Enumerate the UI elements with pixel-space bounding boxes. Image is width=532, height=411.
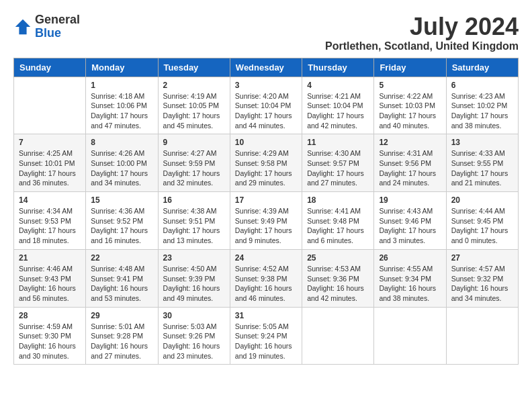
- day-cell: 10Sunrise: 4:29 AM Sunset: 9:58 PM Dayli…: [230, 134, 302, 192]
- day-number: 1: [91, 81, 152, 90]
- week-row-4: 21Sunrise: 4:46 AM Sunset: 9:43 PM Dayli…: [14, 249, 519, 307]
- day-content: Sunrise: 4:18 AM Sunset: 10:06 PM Daylig…: [91, 91, 152, 131]
- day-cell: 16Sunrise: 4:38 AM Sunset: 9:51 PM Dayli…: [158, 192, 230, 250]
- day-number: 29: [91, 311, 152, 320]
- day-cell: 6Sunrise: 4:23 AM Sunset: 10:02 PM Dayli…: [446, 77, 518, 134]
- day-content: Sunrise: 4:46 AM Sunset: 9:43 PM Dayligh…: [19, 264, 81, 304]
- day-content: Sunrise: 4:53 AM Sunset: 9:36 PM Dayligh…: [307, 264, 369, 304]
- day-cell: 17Sunrise: 4:39 AM Sunset: 9:49 PM Dayli…: [230, 192, 302, 250]
- logo-text: General Blue: [35, 13, 80, 40]
- day-content: Sunrise: 4:48 AM Sunset: 9:41 PM Dayligh…: [91, 264, 152, 304]
- day-content: Sunrise: 4:34 AM Sunset: 9:53 PM Dayligh…: [19, 206, 81, 246]
- day-number: 10: [235, 138, 297, 147]
- day-cell: 13Sunrise: 4:33 AM Sunset: 9:55 PM Dayli…: [446, 134, 518, 192]
- week-row-5: 28Sunrise: 4:59 AM Sunset: 9:30 PM Dayli…: [14, 307, 519, 365]
- day-cell: 5Sunrise: 4:22 AM Sunset: 10:03 PM Dayli…: [374, 77, 446, 134]
- day-content: Sunrise: 4:33 AM Sunset: 9:55 PM Dayligh…: [451, 148, 513, 188]
- day-content: Sunrise: 4:21 AM Sunset: 10:04 PM Daylig…: [307, 91, 369, 131]
- day-number: 17: [235, 195, 297, 205]
- day-content: Sunrise: 4:55 AM Sunset: 9:34 PM Dayligh…: [379, 264, 441, 304]
- day-cell: 20Sunrise: 4:44 AM Sunset: 9:45 PM Dayli…: [446, 192, 518, 250]
- day-cell: 31Sunrise: 5:05 AM Sunset: 9:24 PM Dayli…: [230, 307, 302, 365]
- day-content: Sunrise: 4:44 AM Sunset: 9:45 PM Dayligh…: [451, 206, 513, 246]
- day-number: 20: [451, 195, 513, 205]
- day-number: 22: [91, 253, 152, 263]
- day-number: 13: [451, 138, 513, 147]
- day-content: Sunrise: 4:22 AM Sunset: 10:03 PM Daylig…: [379, 91, 441, 131]
- day-number: 6: [451, 81, 513, 90]
- day-number: 9: [163, 138, 225, 147]
- header-friday: Friday: [374, 58, 446, 77]
- day-cell: 23Sunrise: 4:50 AM Sunset: 9:39 PM Dayli…: [158, 249, 230, 307]
- logo-general: General: [35, 13, 80, 26]
- day-cell: 26Sunrise: 4:55 AM Sunset: 9:34 PM Dayli…: [374, 249, 446, 307]
- day-cell: 9Sunrise: 4:27 AM Sunset: 9:59 PM Daylig…: [158, 134, 230, 192]
- day-number: 28: [19, 311, 81, 320]
- header-row: SundayMondayTuesdayWednesdayThursdayFrid…: [14, 58, 519, 77]
- day-content: Sunrise: 5:03 AM Sunset: 9:26 PM Dayligh…: [163, 322, 225, 361]
- day-cell: 22Sunrise: 4:48 AM Sunset: 9:41 PM Dayli…: [86, 249, 158, 307]
- day-number: 24: [235, 253, 297, 263]
- header-monday: Monday: [86, 58, 158, 77]
- day-content: Sunrise: 4:30 AM Sunset: 9:57 PM Dayligh…: [307, 148, 369, 188]
- day-cell: 18Sunrise: 4:41 AM Sunset: 9:48 PM Dayli…: [302, 192, 374, 250]
- day-content: Sunrise: 4:52 AM Sunset: 9:38 PM Dayligh…: [235, 264, 297, 304]
- week-row-3: 14Sunrise: 4:34 AM Sunset: 9:53 PM Dayli…: [14, 192, 519, 250]
- day-cell: 14Sunrise: 4:34 AM Sunset: 9:53 PM Dayli…: [14, 192, 86, 250]
- day-cell: [302, 307, 374, 365]
- day-content: Sunrise: 4:43 AM Sunset: 9:46 PM Dayligh…: [379, 206, 441, 246]
- day-number: 19: [379, 195, 441, 205]
- day-cell: 27Sunrise: 4:57 AM Sunset: 9:32 PM Dayli…: [446, 249, 518, 307]
- location: Portlethen, Scotland, United Kingdom: [325, 40, 519, 52]
- day-content: Sunrise: 4:27 AM Sunset: 9:59 PM Dayligh…: [163, 148, 225, 188]
- day-number: 2: [163, 81, 225, 90]
- month-title: July 2024: [325, 13, 519, 40]
- day-cell: 29Sunrise: 5:01 AM Sunset: 9:28 PM Dayli…: [86, 307, 158, 365]
- day-number: 8: [91, 138, 152, 147]
- day-cell: 25Sunrise: 4:53 AM Sunset: 9:36 PM Dayli…: [302, 249, 374, 307]
- day-cell: 8Sunrise: 4:26 AM Sunset: 10:00 PM Dayli…: [86, 134, 158, 192]
- day-content: Sunrise: 4:36 AM Sunset: 9:52 PM Dayligh…: [91, 206, 152, 246]
- day-content: Sunrise: 4:38 AM Sunset: 9:51 PM Dayligh…: [163, 206, 225, 246]
- day-number: 31: [235, 311, 297, 320]
- day-cell: 30Sunrise: 5:03 AM Sunset: 9:26 PM Dayli…: [158, 307, 230, 365]
- day-content: Sunrise: 4:59 AM Sunset: 9:30 PM Dayligh…: [19, 322, 81, 361]
- day-number: 27: [451, 253, 513, 263]
- day-content: Sunrise: 4:20 AM Sunset: 10:04 PM Daylig…: [235, 91, 297, 131]
- logo-blue: Blue: [35, 26, 61, 40]
- week-row-2: 7Sunrise: 4:25 AM Sunset: 10:01 PM Dayli…: [14, 134, 519, 192]
- header-thursday: Thursday: [302, 58, 374, 77]
- day-content: Sunrise: 4:31 AM Sunset: 9:56 PM Dayligh…: [379, 148, 441, 188]
- logo: General Blue: [13, 13, 80, 40]
- day-content: Sunrise: 4:26 AM Sunset: 10:00 PM Daylig…: [91, 148, 152, 188]
- week-row-1: 1Sunrise: 4:18 AM Sunset: 10:06 PM Dayli…: [14, 77, 519, 134]
- day-number: 5: [379, 81, 441, 90]
- day-cell: 1Sunrise: 4:18 AM Sunset: 10:06 PM Dayli…: [86, 77, 158, 134]
- header-tuesday: Tuesday: [158, 58, 230, 77]
- day-content: Sunrise: 4:41 AM Sunset: 9:48 PM Dayligh…: [307, 206, 369, 246]
- day-number: 15: [91, 195, 152, 205]
- day-number: 16: [163, 195, 225, 205]
- day-content: Sunrise: 4:29 AM Sunset: 9:58 PM Dayligh…: [235, 148, 297, 188]
- calendar-table: SundayMondayTuesdayWednesdayThursdayFrid…: [13, 58, 519, 365]
- day-number: 25: [307, 253, 369, 263]
- title-block: July 2024 Portlethen, Scotland, United K…: [325, 13, 519, 52]
- day-number: 21: [19, 253, 81, 263]
- day-cell: 28Sunrise: 4:59 AM Sunset: 9:30 PM Dayli…: [14, 307, 86, 365]
- day-number: 14: [19, 195, 81, 205]
- header-saturday: Saturday: [446, 58, 518, 77]
- day-cell: 3Sunrise: 4:20 AM Sunset: 10:04 PM Dayli…: [230, 77, 302, 134]
- day-number: 18: [307, 195, 369, 205]
- day-content: Sunrise: 5:05 AM Sunset: 9:24 PM Dayligh…: [235, 322, 297, 361]
- day-content: Sunrise: 4:23 AM Sunset: 10:02 PM Daylig…: [451, 91, 513, 131]
- header-sunday: Sunday: [14, 58, 86, 77]
- day-cell: [446, 307, 518, 365]
- day-cell: 15Sunrise: 4:36 AM Sunset: 9:52 PM Dayli…: [86, 192, 158, 250]
- day-cell: 21Sunrise: 4:46 AM Sunset: 9:43 PM Dayli…: [14, 249, 86, 307]
- svg-marker-0: [15, 19, 30, 34]
- day-cell: 7Sunrise: 4:25 AM Sunset: 10:01 PM Dayli…: [14, 134, 86, 192]
- day-cell: 19Sunrise: 4:43 AM Sunset: 9:46 PM Dayli…: [374, 192, 446, 250]
- header-wednesday: Wednesday: [230, 58, 302, 77]
- day-cell: 12Sunrise: 4:31 AM Sunset: 9:56 PM Dayli…: [374, 134, 446, 192]
- day-content: Sunrise: 4:50 AM Sunset: 9:39 PM Dayligh…: [163, 264, 225, 304]
